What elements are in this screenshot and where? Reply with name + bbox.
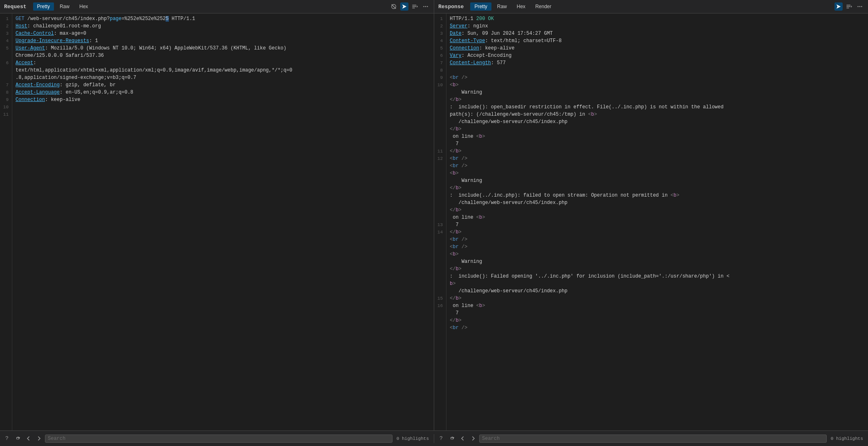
- req-line-3: Cache-Control: max-age=0: [16, 30, 431, 37]
- request-highlights: 0 highlights: [394, 436, 431, 441]
- request-toolbar: [390, 2, 430, 11]
- resp-line-12c: Warning: [450, 177, 865, 184]
- request-bottom: ? 0 highlights: [0, 434, 434, 443]
- resp-line-14e: : include(): Failed opening '../.inc.php…: [450, 273, 865, 280]
- req-line-11: [16, 111, 431, 118]
- resp-line-10b: Warning: [450, 89, 865, 96]
- bottom-bar: ? 0 highlights ? 0 highlights: [0, 430, 868, 446]
- resp-forward-icon[interactable]: [469, 434, 478, 443]
- resp-line-10e: path(s): (/challenge/web-serveur/ch45:/t…: [450, 111, 865, 118]
- resp-line-3: Date: Sun, 09 Jun 2024 17:54:27 GMT: [450, 30, 865, 37]
- resp-line-10h: on line <b>: [450, 133, 865, 140]
- tab-response-hex[interactable]: Hex: [513, 2, 529, 11]
- more-options-icon[interactable]: [422, 2, 430, 11]
- resp-line-14i: on line <b>: [450, 302, 865, 309]
- resp-line-14b: <b>: [450, 251, 865, 258]
- resp-line-2: Server: nginx: [450, 22, 865, 30]
- request-title: Request: [4, 4, 27, 10]
- tab-response-raw[interactable]: Raw: [493, 2, 511, 11]
- req-line-4: Upgrade-Insecure-Requests: 1: [16, 37, 431, 45]
- resp-line-14f: b>: [450, 280, 865, 287]
- response-tabs: Pretty Raw Hex Render: [470, 2, 555, 11]
- resp-settings-icon[interactable]: [447, 434, 456, 443]
- req-settings-icon[interactable]: [13, 434, 22, 443]
- request-search-input[interactable]: [45, 435, 393, 443]
- response-send-icon[interactable]: [834, 2, 843, 11]
- resp-line-11: <br />: [450, 155, 865, 162]
- resp-line-10c: </b>: [450, 96, 865, 103]
- resp-line-4: Content-Type: text/html; charset=UTF-8: [450, 37, 865, 45]
- svg-point-6: [859, 6, 861, 7]
- request-content: 1 2 3 4 5 6 7 8 9 10 11 GET /web-serveur…: [0, 13, 434, 430]
- req-help-icon[interactable]: ?: [2, 434, 11, 443]
- resp-line-12h: on line <b>: [450, 214, 865, 221]
- req-back-icon[interactable]: [24, 434, 33, 443]
- req-line-6: Accept:: [16, 59, 431, 67]
- resp-line-10f: /challenge/web-serveur/ch45/index.php: [450, 118, 865, 126]
- response-line-numbers: 1 2 3 4 5 6 7 8 9 10 11 12: [434, 13, 446, 430]
- resp-line-10g: </b>: [450, 126, 865, 133]
- response-content: 1 2 3 4 5 6 7 8 9 10 11 12: [434, 13, 868, 430]
- tab-request-hex[interactable]: Hex: [75, 2, 92, 11]
- response-highlights: 0 highlights: [828, 436, 866, 441]
- response-toolbar: [834, 2, 864, 11]
- resp-line-12i: 7: [450, 221, 865, 229]
- request-header: Request Pretty Raw Hex: [0, 0, 434, 13]
- resp-line-14d: </b>: [450, 265, 865, 273]
- tab-response-pretty[interactable]: Pretty: [470, 2, 491, 11]
- req-line-9: Connection: keep-alive: [16, 96, 431, 103]
- req-line-7: Accept-Encoding: gzip, deflate, br: [16, 81, 431, 89]
- request-code[interactable]: GET /web-serveur/ch45/index.php?page=%25…: [12, 13, 434, 430]
- response-panel: Response Pretty Raw Hex Render: [434, 0, 868, 430]
- request-line-numbers: 1 2 3 4 5 6 7 8 9 10 11: [0, 13, 12, 430]
- svg-point-7: [861, 6, 862, 7]
- resp-line-16: [450, 332, 865, 339]
- resp-line-1: HTTP/1.1 200 OK: [450, 15, 865, 22]
- request-panel: Request Pretty Raw Hex: [0, 0, 434, 430]
- response-code[interactable]: HTTP/1.1 200 OK Server: nginx Date: Sun,…: [446, 13, 868, 430]
- resp-back-icon[interactable]: [458, 434, 467, 443]
- resp-line-14c: Warning: [450, 258, 865, 265]
- svg-point-3: [425, 6, 426, 7]
- svg-point-5: [857, 6, 859, 7]
- req-line-6b: text/html,application/xhtml+xml,applicat…: [16, 67, 431, 74]
- req-line-6c: .8,application/signed-exchange;v=b3;q=0.…: [16, 74, 431, 81]
- resp-line-12a: <br />: [450, 162, 865, 170]
- resp-line-6: Vary: Accept-Encoding: [450, 52, 865, 59]
- tab-response-render[interactable]: Render: [531, 2, 555, 11]
- resp-line-14a: <br />: [450, 243, 865, 251]
- resp-line-7: Content-Length: 577: [450, 59, 865, 67]
- resp-line-12g: </b>: [450, 206, 865, 214]
- response-bottom: ? 0 highlights: [434, 434, 868, 443]
- response-more-icon[interactable]: [856, 2, 864, 11]
- req-forward-icon[interactable]: [34, 434, 43, 443]
- resp-line-9: <br />: [450, 74, 865, 81]
- tab-request-pretty[interactable]: Pretty: [33, 2, 54, 11]
- tab-request-raw[interactable]: Raw: [56, 2, 74, 11]
- send-icon[interactable]: [400, 2, 408, 11]
- resp-line-12f: /challenge/web-serveur/ch45/index.php: [450, 199, 865, 206]
- resp-line-5: Connection: keep-alive: [450, 45, 865, 52]
- resp-line-10a: <b>: [450, 81, 865, 89]
- req-line-8: Accept-Language: en-US,en;q=0.9,ar;q=0.8: [16, 89, 431, 96]
- response-search-input[interactable]: [479, 435, 827, 443]
- resp-line-10j: </b>: [450, 148, 865, 155]
- response-wrap-icon[interactable]: [845, 2, 853, 11]
- resp-help-icon[interactable]: ?: [437, 434, 446, 443]
- svg-point-4: [427, 6, 428, 7]
- req-line-1: GET /web-serveur/ch45/index.php?page=%25…: [16, 15, 431, 22]
- req-line-10: [16, 103, 431, 111]
- resp-line-10i: 7: [450, 140, 865, 148]
- resp-line-12b: <b>: [450, 170, 865, 177]
- resp-line-13a: <br />: [450, 236, 865, 243]
- disable-intercept-icon[interactable]: [390, 2, 398, 11]
- resp-line-8: [450, 67, 865, 74]
- resp-line-15: <br />: [450, 324, 865, 332]
- resp-line-10d: : include(): open_basedir restriction in…: [450, 103, 865, 111]
- resp-line-14g: /challenge/web-serveur/ch45/index.php: [450, 287, 865, 295]
- svg-point-2: [423, 6, 424, 7]
- req-line-2: Host: challenge01.root-me.org: [16, 22, 431, 30]
- resp-line-12d: </b>: [450, 184, 865, 192]
- wrap-icon[interactable]: [411, 2, 419, 11]
- req-line-5b: Chrome/125.0.0.0 Safari/537.36: [16, 52, 431, 59]
